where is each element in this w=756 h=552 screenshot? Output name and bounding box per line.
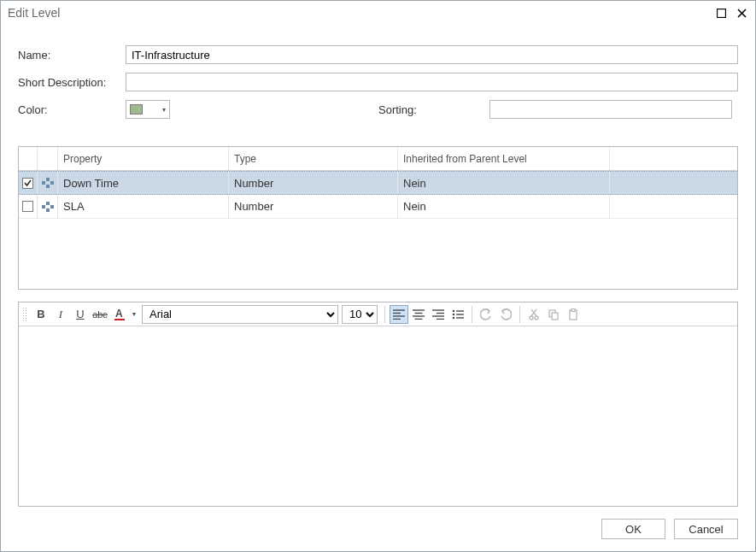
row-checkbox[interactable]: [22, 178, 33, 189]
svg-rect-9: [46, 208, 50, 212]
header-icon: [38, 147, 58, 170]
font-size-select[interactable]: 10: [342, 305, 378, 324]
name-label: Name:: [18, 49, 126, 62]
align-right-button[interactable]: [429, 305, 448, 324]
svg-rect-10: [50, 205, 54, 208]
editor-toolbar: B I U abc A ▾ Arial 10: [19, 302, 737, 326]
bullet-list-button[interactable]: [448, 305, 467, 324]
svg-rect-8: [46, 202, 50, 205]
color-sort-row: Color: ▾ Sorting:: [18, 100, 738, 119]
strike-button[interactable]: abc: [91, 305, 109, 324]
header-type[interactable]: Type: [229, 147, 398, 170]
svg-point-31: [530, 316, 533, 320]
svg-point-25: [453, 309, 455, 312]
cell-property: Down Time: [58, 172, 229, 194]
table-body: Down TimeNumberNeinSLANumberNein: [19, 171, 737, 219]
sorting-input[interactable]: [489, 100, 732, 119]
svg-point-32: [535, 316, 538, 320]
toolbar-grip: [22, 307, 27, 322]
align-left-button[interactable]: [390, 305, 408, 324]
close-button[interactable]: [733, 4, 750, 21]
bold-button[interactable]: B: [32, 305, 50, 324]
short-desc-label: Short Description:: [18, 76, 126, 89]
align-center-button[interactable]: [409, 305, 428, 324]
copy-button[interactable]: [544, 305, 563, 324]
short-desc-row: Short Description:: [18, 73, 738, 91]
font-color-dropdown[interactable]: ▾: [130, 305, 138, 324]
color-picker[interactable]: ▾: [126, 100, 170, 119]
color-label: Color:: [18, 103, 126, 116]
sorting-label: Sorting:: [378, 103, 489, 116]
underline-button[interactable]: U: [71, 305, 90, 324]
cancel-button[interactable]: Cancel: [674, 519, 738, 539]
content: Name: Short Description: Color: ▾ Sortin…: [1, 25, 755, 551]
toolbar-separator: [384, 306, 385, 323]
row-checkbox-cell: [19, 172, 38, 194]
italic-button[interactable]: I: [51, 305, 70, 324]
svg-rect-6: [50, 181, 54, 185]
svg-text:A: A: [115, 308, 123, 320]
svg-rect-12: [114, 319, 125, 320]
name-input[interactable]: [126, 45, 738, 64]
header-inherited[interactable]: Inherited from Parent Level: [398, 147, 610, 170]
cell-inherited: Nein: [398, 172, 610, 194]
table-header: Property Type Inherited from Parent Leve…: [19, 147, 737, 171]
paste-button[interactable]: [564, 305, 583, 324]
header-spacer: [610, 147, 737, 170]
header-property[interactable]: Property: [58, 147, 229, 170]
property-icon: [38, 195, 58, 218]
redo-button[interactable]: [496, 305, 515, 324]
cell-inherited: Nein: [398, 195, 610, 218]
cell-property: SLA: [58, 195, 229, 218]
svg-rect-5: [46, 185, 50, 188]
svg-rect-3: [42, 181, 45, 185]
row-checkbox[interactable]: [22, 201, 33, 212]
svg-rect-7: [42, 205, 45, 208]
font-color-button[interactable]: A: [110, 305, 129, 324]
row-checkbox-cell: [19, 195, 38, 218]
cell-spacer: [610, 195, 737, 218]
font-family-select[interactable]: Arial: [142, 305, 338, 324]
svg-rect-36: [552, 313, 558, 320]
cut-button[interactable]: [525, 305, 543, 324]
svg-point-27: [453, 313, 455, 315]
table-row[interactable]: Down TimeNumberNein: [19, 171, 737, 195]
svg-point-29: [453, 316, 455, 319]
property-icon: [38, 172, 58, 194]
ok-button[interactable]: OK: [601, 519, 665, 539]
undo-button[interactable]: [477, 305, 495, 324]
chevron-down-icon: ▾: [162, 106, 166, 114]
cell-type: Number: [229, 172, 398, 194]
cell-type: Number: [229, 195, 398, 218]
cell-spacer: [610, 172, 737, 194]
editor-body[interactable]: [19, 326, 737, 506]
color-swatch: [130, 104, 143, 115]
maximize-button[interactable]: [712, 4, 730, 21]
short-desc-input[interactable]: [126, 73, 738, 91]
table-row[interactable]: SLANumberNein: [19, 195, 737, 219]
properties-table: Property Type Inherited from Parent Leve…: [18, 146, 738, 290]
header-check: [19, 147, 38, 170]
toolbar-separator: [472, 306, 472, 323]
svg-rect-38: [571, 308, 575, 311]
titlebar: Edit Level: [1, 1, 755, 25]
name-row: Name:: [18, 45, 738, 64]
footer: OK Cancel: [18, 519, 738, 539]
svg-rect-0: [717, 9, 725, 17]
rich-text-editor: B I U abc A ▾ Arial 10: [18, 302, 738, 507]
edit-level-dialog: Edit Level Name: Short Description: Colo…: [0, 0, 756, 552]
window-title: Edit Level: [8, 6, 709, 20]
toolbar-separator: [519, 306, 520, 323]
svg-rect-4: [46, 178, 50, 181]
